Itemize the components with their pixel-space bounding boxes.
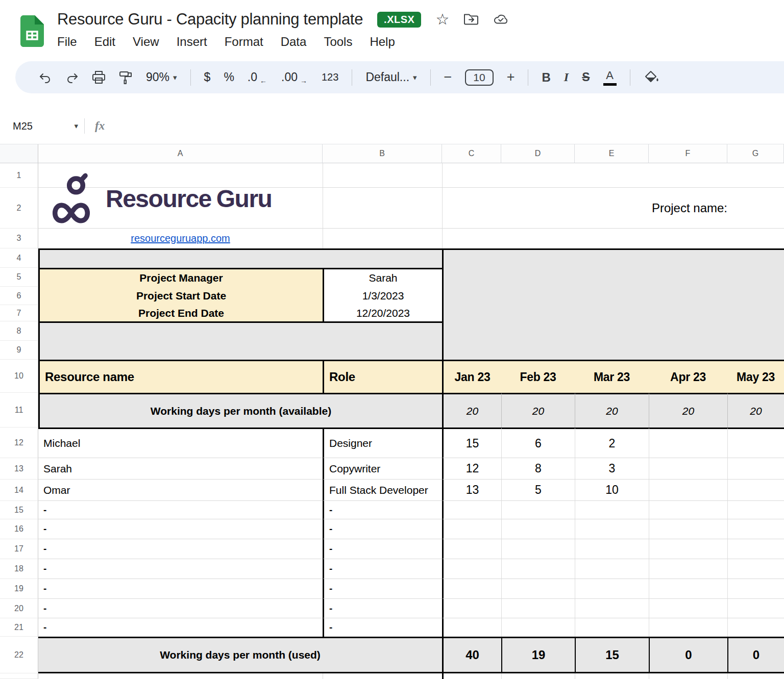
- cell[interactable]: [442, 248, 784, 268]
- days-cell[interactable]: [442, 539, 501, 559]
- row-header[interactable]: 2: [0, 188, 38, 229]
- resource-name-header[interactable]: Resource name: [38, 360, 323, 393]
- logo-cell[interactable]: [38, 188, 323, 229]
- decrease-font-size-button[interactable]: −: [444, 69, 452, 85]
- role-header[interactable]: Role: [323, 360, 442, 393]
- days-cell[interactable]: 15: [442, 427, 501, 458]
- menu-file[interactable]: File: [57, 35, 77, 49]
- font-selector[interactable]: Defaul...▾: [365, 70, 416, 84]
- cell[interactable]: [575, 673, 649, 679]
- column-header-a[interactable]: A: [38, 144, 323, 163]
- cell[interactable]: [38, 321, 442, 341]
- days-cell[interactable]: [649, 427, 727, 458]
- name-box[interactable]: M25 ▾: [0, 120, 84, 132]
- days-cell[interactable]: [649, 480, 727, 501]
- used-value[interactable]: 19: [501, 637, 575, 673]
- project-manager-value[interactable]: Sarah: [323, 268, 442, 287]
- month-header[interactable]: May 23: [727, 360, 784, 393]
- text-color-button[interactable]: A: [603, 69, 617, 86]
- cell[interactable]: [38, 673, 323, 679]
- days-cell[interactable]: [727, 501, 784, 519]
- days-cell[interactable]: [501, 501, 575, 519]
- role-cell[interactable]: -: [323, 501, 442, 519]
- cell[interactable]: [442, 673, 501, 679]
- used-value[interactable]: 40: [442, 637, 501, 673]
- days-cell[interactable]: [727, 458, 784, 480]
- cell[interactable]: [323, 673, 442, 679]
- resource-name-cell[interactable]: -: [38, 539, 323, 559]
- resource-name-cell[interactable]: -: [38, 519, 323, 539]
- more-formats-button[interactable]: 123: [322, 71, 338, 83]
- role-cell[interactable]: -: [323, 539, 442, 559]
- days-cell[interactable]: [442, 599, 501, 618]
- days-cell[interactable]: [575, 519, 649, 539]
- days-cell[interactable]: 13: [442, 480, 501, 501]
- resource-name-cell[interactable]: Sarah: [38, 458, 323, 480]
- days-cell[interactable]: [442, 501, 501, 519]
- days-cell[interactable]: [442, 559, 501, 579]
- role-cell[interactable]: Full Stack Developer: [323, 480, 442, 501]
- days-cell[interactable]: [649, 539, 727, 559]
- resource-name-cell[interactable]: -: [38, 599, 323, 618]
- days-cell[interactable]: [727, 618, 784, 637]
- available-value[interactable]: 20: [501, 393, 575, 427]
- row-header[interactable]: 6: [0, 287, 38, 305]
- increase-decimal-button[interactable]: .00→: [281, 70, 308, 84]
- star-icon[interactable]: ☆: [435, 12, 449, 27]
- resource-name-cell[interactable]: Michael: [38, 427, 323, 458]
- days-cell[interactable]: [575, 618, 649, 637]
- days-cell[interactable]: [649, 559, 727, 579]
- used-value[interactable]: 0: [649, 637, 727, 673]
- days-cell[interactable]: [727, 599, 784, 618]
- days-cell[interactable]: [501, 579, 575, 599]
- menu-help[interactable]: Help: [370, 35, 395, 49]
- days-cell[interactable]: [501, 559, 575, 579]
- project-start-label[interactable]: Project Start Date: [38, 287, 323, 305]
- project-end-label[interactable]: Project End Date: [38, 305, 323, 321]
- project-name-label[interactable]: Project name:: [442, 188, 784, 229]
- cell[interactable]: [442, 305, 784, 321]
- days-cell[interactable]: [575, 579, 649, 599]
- column-header-e[interactable]: E: [575, 144, 649, 163]
- row-header[interactable]: 8: [0, 321, 38, 341]
- row-header[interactable]: 18: [0, 559, 38, 579]
- used-label[interactable]: Working days per month (used): [38, 637, 442, 673]
- row-header[interactable]: 17: [0, 539, 38, 559]
- cell[interactable]: [501, 673, 575, 679]
- decrease-decimal-button[interactable]: .0←: [248, 70, 268, 84]
- website-link[interactable]: resourceguruapp.com: [131, 233, 230, 244]
- row-header[interactable]: 19: [0, 579, 38, 599]
- menu-insert[interactable]: Insert: [177, 35, 207, 49]
- format-percent-button[interactable]: %: [224, 70, 234, 84]
- days-cell[interactable]: [501, 599, 575, 618]
- days-cell[interactable]: 8: [501, 458, 575, 480]
- row-header[interactable]: 10: [0, 360, 38, 393]
- days-cell[interactable]: [575, 599, 649, 618]
- cell[interactable]: [727, 673, 784, 679]
- row-header[interactable]: 4: [0, 248, 38, 268]
- project-end-value[interactable]: 12/20/2023: [323, 305, 442, 321]
- document-title[interactable]: Resource Guru - Capacity planning templa…: [57, 10, 363, 29]
- cell[interactable]: [442, 341, 784, 360]
- bold-button[interactable]: B: [542, 70, 550, 85]
- cell[interactable]: [442, 229, 784, 248]
- days-cell[interactable]: [649, 599, 727, 618]
- project-manager-label[interactable]: Project Manager: [38, 268, 323, 287]
- menu-format[interactable]: Format: [225, 35, 263, 49]
- days-cell[interactable]: [501, 618, 575, 637]
- row-header[interactable]: 3: [0, 229, 38, 248]
- days-cell[interactable]: 6: [501, 427, 575, 458]
- used-value[interactable]: 15: [575, 637, 649, 673]
- row-header[interactable]: 5: [0, 268, 38, 287]
- cell[interactable]: [38, 248, 442, 268]
- row-header[interactable]: 1: [0, 163, 38, 188]
- menu-view[interactable]: View: [133, 35, 159, 49]
- days-cell[interactable]: [727, 427, 784, 458]
- cell[interactable]: [442, 287, 784, 305]
- days-cell[interactable]: [649, 458, 727, 480]
- menu-edit[interactable]: Edit: [94, 35, 115, 49]
- resource-name-cell[interactable]: Omar: [38, 480, 323, 501]
- row-header[interactable]: 16: [0, 519, 38, 539]
- role-cell[interactable]: -: [323, 579, 442, 599]
- row-header[interactable]: [0, 673, 38, 679]
